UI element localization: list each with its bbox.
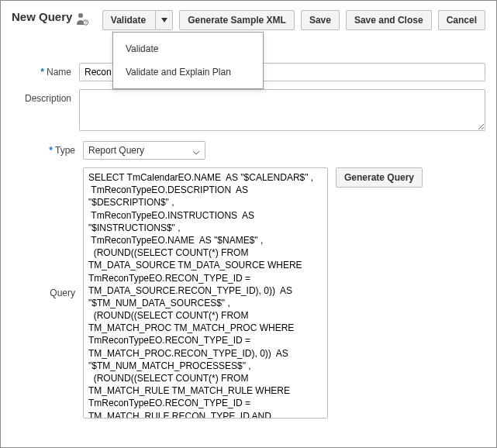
row-type: *Type Report Query [12, 141, 485, 160]
generate-sample-xml-button[interactable]: Generate Sample XML [179, 10, 295, 30]
generate-query-button[interactable]: Generate Query [336, 167, 423, 188]
row-description: Description [12, 89, 485, 133]
type-select[interactable]: Report Query [83, 141, 205, 160]
required-mark: * [40, 67, 44, 78]
svg-text:?: ? [85, 20, 87, 25]
form: *Name Description *Type Report Query [12, 63, 485, 419]
header: New Query ? Validate Generate Sample XML… [12, 10, 485, 30]
label-description: Description [12, 89, 79, 104]
dropdown-item-validate[interactable]: Validate [113, 37, 263, 60]
validate-dropdown-menu: Validate Validate and Explain Plan [112, 32, 264, 89]
cancel-button[interactable]: Cancel [438, 10, 485, 30]
query-textarea[interactable] [83, 167, 328, 419]
validate-dropdown-trigger[interactable] [156, 10, 173, 30]
label-query: Query [12, 167, 83, 298]
chevron-down-icon [161, 18, 167, 22]
query-editor-window: New Query ? Validate Generate Sample XML… [0, 0, 497, 448]
person-help-icon[interactable]: ? [76, 12, 88, 26]
page-title: New Query [12, 10, 76, 24]
save-and-close-button[interactable]: Save and Close [346, 10, 432, 30]
dropdown-item-validate-explain[interactable]: Validate and Explain Plan [113, 60, 263, 84]
description-textarea[interactable] [79, 89, 485, 131]
svg-point-0 [78, 13, 83, 18]
required-mark: * [49, 145, 53, 156]
label-name: *Name [12, 63, 79, 78]
save-button[interactable]: Save [301, 10, 340, 30]
validate-split-button: Validate [102, 10, 173, 30]
toolbar: Validate Generate Sample XML Save Save a… [102, 10, 485, 30]
validate-button[interactable]: Validate [102, 10, 156, 30]
row-query: Query Generate Query [12, 167, 485, 419]
label-type: *Type [12, 141, 83, 156]
